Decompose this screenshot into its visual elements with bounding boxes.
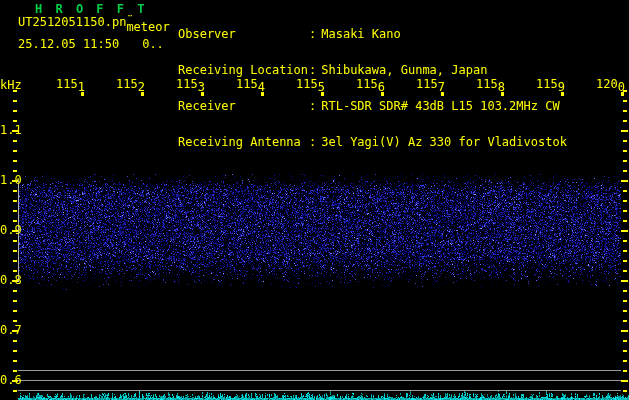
- tick-mark: [621, 230, 628, 232]
- hrofft-screen: 1151115211531154115511561157115811591200…: [0, 0, 629, 400]
- tick-mark: [621, 280, 628, 282]
- tick-mark: [13, 220, 17, 222]
- tick-mark: [623, 250, 627, 252]
- x-tick-text: 0: [618, 80, 625, 94]
- x-tick-text: 2: [138, 80, 145, 94]
- datetime-text: 25.12.05 11:50: [18, 37, 119, 51]
- tick-mark: [621, 380, 628, 382]
- y-tick-label: 0.7: [0, 324, 22, 336]
- tick-mark: [13, 360, 17, 362]
- tick-mark: [13, 240, 17, 242]
- info-row-receiver: Receiver:RTL-SDR SDR# 43dB L15 103.2MHz …: [178, 100, 567, 112]
- tick-mark: [623, 370, 627, 372]
- tick-mark: [623, 270, 627, 272]
- tick-mark: [13, 210, 17, 212]
- tick-mark: [623, 340, 627, 342]
- filename-note: meteor: [126, 20, 169, 34]
- y-tick-label: 0.9: [0, 224, 22, 236]
- tick-mark: [13, 370, 17, 372]
- reference-line-0p60khz: [18, 380, 621, 381]
- tick-mark: [13, 150, 17, 152]
- tick-mark: [13, 340, 17, 342]
- x-tick-text: 115: [56, 77, 78, 91]
- tick-mark: [623, 300, 627, 302]
- info-label: Receiving Location: [178, 64, 309, 76]
- tick-mark: [13, 390, 17, 392]
- tick-mark: [13, 170, 17, 172]
- tick-mark: [13, 190, 17, 192]
- tick-mark: [621, 130, 628, 132]
- tick-mark: [623, 110, 627, 112]
- x-tick-text: 115: [116, 77, 138, 91]
- info-colon: :: [309, 27, 316, 41]
- info-label: Receiving Antenna: [178, 136, 309, 148]
- reference-line-0p58khz: [18, 390, 621, 391]
- info-value: Shibukawa, Gunma, Japan: [321, 63, 487, 77]
- output-filename: UT2512051150.pn¨meteor: [18, 16, 170, 28]
- y-tick-label: 1.1: [0, 124, 22, 136]
- tick-mark: [13, 200, 17, 202]
- datetime-row: 25.12.05 11:500..: [18, 38, 164, 50]
- station-info: Observer:Masaki Kano Receiving Location:…: [178, 4, 567, 172]
- info-row-location: Receiving Location:Shibukawa, Gunma, Jap…: [178, 64, 567, 76]
- filename-text: UT2512051150.pn: [18, 15, 126, 29]
- tick-mark: [623, 120, 627, 122]
- tick-mark: [13, 120, 17, 122]
- y-tick-label: 0.6: [0, 374, 22, 386]
- info-colon: :: [309, 63, 316, 77]
- info-label: Observer: [178, 28, 309, 40]
- tick-mark: [623, 100, 627, 102]
- tick-mark: [13, 350, 17, 352]
- y-axis-unit-label: kHz: [0, 79, 22, 91]
- tick-mark: [13, 140, 17, 142]
- status-counter: 0..: [142, 37, 164, 51]
- tick-mark: [13, 310, 17, 312]
- tick-mark: [623, 350, 627, 352]
- tick-mark: [623, 390, 627, 392]
- y-tick-label: 0.8: [0, 274, 22, 286]
- tick-mark: [623, 260, 627, 262]
- tick-mark: [13, 300, 17, 302]
- x-tick-label: 1152: [116, 78, 145, 90]
- y-tick-label: 1.0: [0, 174, 22, 186]
- x-tick-text: 1: [78, 80, 85, 94]
- tick-mark: [623, 190, 627, 192]
- tick-mark: [623, 140, 627, 142]
- info-row-antenna: Receiving Antenna:3el Yagi(V) Az 330 for…: [178, 136, 567, 148]
- tick-mark: [623, 310, 627, 312]
- info-value: RTL-SDR SDR# 43dB L15 103.2MHz CW: [321, 99, 559, 113]
- info-colon: :: [309, 135, 316, 149]
- tick-mark: [13, 110, 17, 112]
- tick-mark: [623, 290, 627, 292]
- info-row-observer: Observer:Masaki Kano: [178, 28, 567, 40]
- tick-mark: [623, 210, 627, 212]
- tick-mark: [623, 150, 627, 152]
- info-label: Receiver: [178, 100, 309, 112]
- tick-mark: [13, 160, 17, 162]
- x-tick-text: 120: [596, 77, 618, 91]
- tick-mark: [623, 160, 627, 162]
- reference-line-0p62khz: [18, 370, 621, 371]
- x-tick-label: 1200: [596, 78, 625, 90]
- tick-mark: [623, 220, 627, 222]
- info-value: 3el Yagi(V) Az 330 for Vladivostok: [321, 135, 567, 149]
- x-tick-label: 1151: [56, 78, 85, 90]
- tick-mark: [13, 250, 17, 252]
- tick-mark: [13, 100, 17, 102]
- tick-mark: [13, 320, 17, 322]
- tick-mark: [623, 170, 627, 172]
- tick-mark: [623, 200, 627, 202]
- tick-mark: [13, 290, 17, 292]
- tick-mark: [623, 240, 627, 242]
- tick-mark: [623, 360, 627, 362]
- tick-mark: [13, 270, 17, 272]
- tick-mark: [621, 330, 628, 332]
- tick-mark: [13, 260, 17, 262]
- tick-mark: [623, 320, 627, 322]
- info-colon: :: [309, 99, 316, 113]
- tick-mark: [621, 180, 628, 182]
- info-value: Masaki Kano: [321, 27, 400, 41]
